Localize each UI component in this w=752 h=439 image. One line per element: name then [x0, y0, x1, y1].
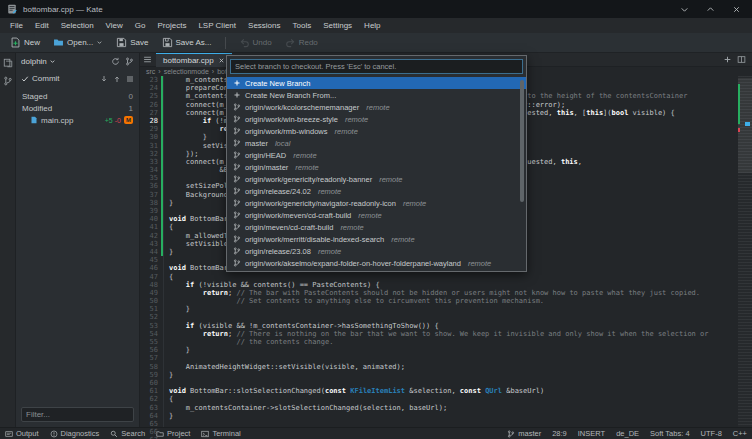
- branch-list-item[interactable]: origin/release/24.02 remote: [227, 185, 526, 197]
- git-push-button[interactable]: [113, 75, 121, 83]
- modified-file-row[interactable]: main.cpp +5 -0 M: [16, 114, 139, 126]
- menu-item[interactable]: Edit: [29, 18, 55, 33]
- branch-filter-input[interactable]: [230, 59, 523, 74]
- maximize-button[interactable]: [705, 4, 715, 14]
- modified-section[interactable]: Modified 1: [16, 102, 139, 114]
- git-toolview-button[interactable]: [3, 76, 13, 86]
- branch-name: Create New Branch From...: [245, 91, 336, 100]
- branch-type: remote: [468, 259, 491, 268]
- minimize-button[interactable]: [679, 4, 689, 14]
- branch-list-item[interactable]: origin/work/genericity/navigator-readonl…: [227, 197, 526, 209]
- branch-button[interactable]: [125, 57, 134, 66]
- branch-type: remote: [318, 187, 341, 196]
- new-button[interactable]: New: [5, 35, 45, 50]
- new-tab-icon[interactable]: [723, 55, 732, 64]
- git-branch-icon: [232, 235, 241, 244]
- undo-icon: [239, 37, 250, 48]
- terminal-toggle[interactable]: Terminal: [201, 429, 240, 438]
- commit-button[interactable]: Commit: [21, 74, 60, 83]
- undo-button[interactable]: Undo: [234, 35, 277, 50]
- save-button[interactable]: Save: [111, 35, 153, 50]
- branch-list-item[interactable]: origin/master remote: [227, 161, 526, 173]
- toolview-sidebar: [0, 53, 16, 427]
- menu-item[interactable]: Sessions: [242, 18, 286, 33]
- branch-name: origin/meven/cd-craft-build: [245, 223, 333, 232]
- git-project-panel: dolphin Commit: [16, 53, 140, 427]
- redo-button[interactable]: Redo: [280, 35, 323, 50]
- refresh-button[interactable]: [111, 57, 120, 66]
- branch-type: remote: [340, 223, 363, 232]
- branch-type: remote: [358, 211, 381, 220]
- git-branch-icon: [232, 127, 241, 136]
- branch-list-item[interactable]: origin/work/meven/cd-craft-build remote: [227, 209, 526, 221]
- cursor-position[interactable]: 28:9: [552, 429, 567, 438]
- minimap-scrollbar[interactable]: [738, 76, 752, 427]
- encoding[interactable]: UTF-8: [701, 429, 722, 438]
- split-view-icon[interactable]: [737, 55, 746, 64]
- minimap-position-mark: [745, 122, 750, 126]
- close-button[interactable]: [731, 4, 741, 14]
- breadcrumb-segment[interactable]: src: [146, 68, 155, 75]
- document-list-icon[interactable]: [143, 55, 152, 64]
- git-branch-status[interactable]: master: [507, 429, 541, 438]
- project-selector[interactable]: dolphin: [21, 57, 56, 66]
- input-mode[interactable]: INSERT: [578, 429, 605, 438]
- branch-list-item[interactable]: origin/work/rmb-windows remote: [227, 125, 526, 137]
- close-tab-icon[interactable]: [218, 57, 225, 64]
- menu-item[interactable]: Go: [129, 18, 152, 33]
- branch-name: origin/work/meven/cd-craft-build: [245, 211, 351, 220]
- git-pull-button[interactable]: [100, 75, 108, 83]
- window-title: bottombar.cpp — Kate: [23, 5, 103, 14]
- branch-type: remote: [403, 199, 426, 208]
- syntax-mode[interactable]: C++: [733, 429, 747, 438]
- save-as-button[interactable]: Save As...: [157, 35, 217, 50]
- output-toggle[interactable]: Output: [5, 429, 39, 438]
- menu-item[interactable]: Projects: [151, 18, 192, 33]
- menu-item[interactable]: Help: [358, 18, 386, 33]
- branch-name: origin/HEAD: [245, 151, 286, 160]
- branch-name: origin/work/genericity/readonly-banner: [245, 175, 372, 184]
- menu-item[interactable]: Settings: [317, 18, 358, 33]
- redo-icon: [285, 37, 296, 48]
- branch-list-item[interactable]: origin/work/kcolorschememanager remote: [227, 101, 526, 113]
- branch-list-item[interactable]: origin/work/merritt/disable-indexed-sear…: [227, 233, 526, 245]
- open-button[interactable]: Open...: [48, 35, 108, 50]
- branch-list-item[interactable]: origin/release/23.08 remote: [227, 245, 526, 257]
- menu-item[interactable]: Selection: [55, 18, 100, 33]
- branch-list-item[interactable]: Create New Branch: [227, 77, 526, 89]
- branch-name: origin/master: [245, 163, 288, 172]
- popup-scrollbar[interactable]: [520, 80, 524, 202]
- gutter[interactable]: 2324252627282930313233343536373839404142…: [140, 76, 164, 427]
- menubar: FileEditSelectionViewGoProjectsLSP Clien…: [0, 18, 752, 33]
- dictionary-locale[interactable]: de_DE: [616, 429, 639, 438]
- git-branch-icon: [507, 430, 515, 438]
- git-branch-icon: [232, 103, 241, 112]
- menu-item[interactable]: Tools: [287, 18, 318, 33]
- menu-item[interactable]: LSP Client: [192, 18, 242, 33]
- tab-settings[interactable]: Soft Tabs: 4: [650, 429, 689, 438]
- branch-checkout-popup: Create New Branch Create New Branch From…: [226, 55, 527, 272]
- branch-type: local: [275, 139, 290, 148]
- filter-input[interactable]: [21, 407, 134, 422]
- breadcrumb-segment[interactable]: selectionmode: [164, 68, 209, 75]
- titlebar: bottombar.cpp — Kate: [0, 0, 752, 18]
- branch-type: remote: [366, 103, 389, 112]
- menu-item[interactable]: View: [100, 18, 129, 33]
- staged-section[interactable]: Staged 0: [16, 90, 139, 102]
- tab-bottombar-cpp[interactable]: bottombar.cpp: [156, 53, 232, 67]
- project-header-row: dolphin: [16, 53, 139, 70]
- branch-list-item[interactable]: origin/work/genericity/readonly-banner r…: [227, 173, 526, 185]
- branch-list-item[interactable]: master local: [227, 137, 526, 149]
- menu-item[interactable]: File: [4, 18, 29, 33]
- documents-toolview-button[interactable]: [3, 58, 13, 68]
- git-branch-icon: [232, 115, 241, 124]
- branch-list-item[interactable]: origin/work/akselmo/expand-folder-on-hov…: [227, 257, 526, 269]
- branch-list-item[interactable]: origin/work/win-breeze-style remote: [227, 113, 526, 125]
- diagnostics-toggle[interactable]: Diagnostics: [50, 429, 100, 438]
- branch-list-item[interactable]: Create New Branch From...: [227, 89, 526, 101]
- branch-type: remote: [335, 127, 358, 136]
- git-menu-button[interactable]: [126, 75, 134, 83]
- branch-list-item[interactable]: origin/meven/cd-craft-build remote: [227, 221, 526, 233]
- branch-list-item[interactable]: origin/HEAD remote: [227, 149, 526, 161]
- file-name: main.cpp: [41, 116, 73, 125]
